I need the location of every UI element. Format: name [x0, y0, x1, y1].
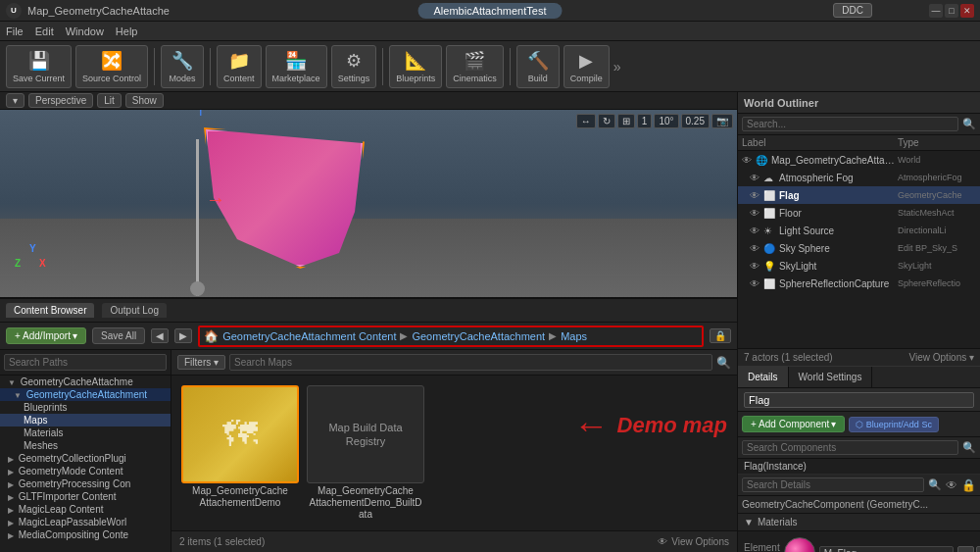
- minimize-button[interactable]: —: [929, 4, 943, 18]
- build-button[interactable]: 🔨 Build: [516, 45, 560, 88]
- component-search-input[interactable]: [742, 440, 958, 455]
- cb-tab-output-log[interactable]: Output Log: [102, 303, 166, 318]
- compile-button[interactable]: ▶ Compile: [564, 45, 610, 88]
- path-item-2[interactable]: Maps: [561, 330, 587, 342]
- source-control-button[interactable]: 🔀 Source Control: [75, 45, 148, 88]
- vt-angle[interactable]: 10°: [654, 114, 678, 128]
- tree-item-media-compositing[interactable]: ▶ MediaCompositing Conte: [0, 528, 171, 541]
- asset-item-0[interactable]: 🗺 Map_GeometryCacheAttachementDemo: [181, 385, 299, 521]
- vt-rotate[interactable]: ↻: [598, 114, 615, 128]
- details-component-search: 🔍: [738, 437, 980, 459]
- material-thumbnail[interactable]: [784, 537, 815, 552]
- perspective-button[interactable]: Perspective: [28, 93, 93, 108]
- cb-tab-content-browser[interactable]: Content Browser: [6, 303, 94, 318]
- path-item-1[interactable]: GeometryCacheAttachment: [412, 330, 545, 342]
- materials-section-header[interactable]: ▼ Materials: [738, 514, 980, 531]
- details-name-input[interactable]: [744, 392, 974, 408]
- wo-search-input[interactable]: [742, 117, 958, 131]
- tree-item-geometry-collection[interactable]: ▶ GeometryCollectionPlugi: [0, 452, 171, 465]
- tree-item-geometry-mode[interactable]: ▶ GeometryMode Content: [0, 465, 171, 477]
- blueprint-add-script-button[interactable]: ⬡ Blueprint/Add Sc: [849, 417, 939, 432]
- asset-item-1[interactable]: Map Build Data Registry Map_GeometryCach…: [307, 385, 424, 521]
- details-lock-icon[interactable]: 🔒: [961, 478, 976, 492]
- vt-scale[interactable]: ⊞: [617, 114, 635, 128]
- lit-button[interactable]: Lit: [97, 93, 122, 108]
- material-name-input[interactable]: [819, 546, 954, 553]
- nav-back-button[interactable]: ◀: [151, 328, 169, 343]
- wo-item-sky-sphere[interactable]: 👁 🔵 Sky Sphere Edit BP_Sky_S: [738, 239, 980, 257]
- close-button[interactable]: ✕: [960, 4, 974, 18]
- tree-item-materials[interactable]: Materials: [0, 427, 171, 439]
- maximize-button[interactable]: □: [945, 4, 958, 18]
- details-actions: + Add Component ▾ ⬡ Blueprint/Add Sc: [738, 412, 980, 437]
- wo-item-sphere-reflection[interactable]: 👁 ⬜ SphereReflectionCapture SphereReflec…: [738, 275, 980, 292]
- wo-eye-0[interactable]: 👁: [742, 155, 756, 166]
- vt-snap[interactable]: 1: [637, 114, 653, 128]
- path-item-0[interactable]: GeometryCacheAttachment Content: [222, 330, 396, 342]
- viewport[interactable]: ↑ → ↔ ↻ ⊞ 1 10° 0.25 📷 X Y Z: [0, 110, 737, 299]
- add-import-button[interactable]: + Add/Import ▾: [6, 327, 86, 344]
- tree-item-maps[interactable]: Maps: [0, 414, 171, 427]
- menu-help[interactable]: Help: [116, 25, 138, 37]
- cinematics-button[interactable]: 🎬 Cinematics: [446, 45, 504, 88]
- menu-window[interactable]: Window: [66, 25, 104, 37]
- tree-item-0[interactable]: ▼ GeometryCacheAttachme: [0, 376, 171, 388]
- menu-edit[interactable]: Edit: [35, 25, 54, 37]
- nav-forward-button[interactable]: ▶: [174, 328, 192, 343]
- wo-name-6: SkyLight: [779, 261, 898, 272]
- wo-item-atmospheric-fog[interactable]: 👁 ☁ Atmospheric Fog AtmosphericFog: [738, 169, 980, 186]
- wo-item-skylight[interactable]: 👁 💡 SkyLight SkyLight: [738, 257, 980, 275]
- asset-thumb-1[interactable]: Map Build Data Registry: [307, 385, 424, 483]
- mat-browse-button[interactable]: ←: [957, 546, 974, 552]
- marketplace-button[interactable]: 🏪 Marketplace: [266, 45, 327, 88]
- save-current-button[interactable]: 💾 Save Current: [6, 45, 72, 88]
- wo-eye-4[interactable]: 👁: [750, 226, 763, 236]
- tab-details[interactable]: Details: [738, 367, 789, 387]
- details-eye-icon[interactable]: 👁: [946, 478, 957, 492]
- asset-search-input[interactable]: [229, 354, 712, 371]
- vt-scale-snap[interactable]: 0.25: [681, 114, 710, 128]
- asset-thumb-0[interactable]: 🗺: [181, 385, 299, 483]
- view-options-button[interactable]: 👁 View Options: [658, 536, 729, 547]
- menu-file[interactable]: File: [6, 25, 24, 37]
- wo-eye-5[interactable]: 👁: [750, 243, 763, 254]
- wo-item-light-source[interactable]: 👁 ☀ Light Source DirectionalLi: [738, 222, 980, 239]
- wo-eye-6[interactable]: 👁: [750, 261, 763, 272]
- toolbar-more[interactable]: »: [613, 59, 621, 75]
- tree-item-geometry-processing[interactable]: ▶ GeometryProcessing Con: [0, 477, 171, 490]
- geometry-cache-component-row[interactable]: GeometryCacheComponent (GeometryC...: [738, 496, 980, 514]
- add-component-button[interactable]: + Add Component ▾: [742, 416, 845, 432]
- vt-camera[interactable]: 📷: [711, 114, 733, 128]
- tree-item-magic-leap-passable[interactable]: ▶ MagicLeapPassableWorl: [0, 516, 171, 528]
- viewport-axes: X Y Z: [10, 238, 59, 287]
- tree-item-blueprints[interactable]: Blueprints: [0, 401, 171, 414]
- blueprints-button[interactable]: 📐 Blueprints: [389, 45, 442, 88]
- wo-item-flag[interactable]: 👁 ⬜ Flag GeometryCache: [738, 186, 980, 204]
- tree-item-gltf-importer[interactable]: ▶ GLTFImporter Content: [0, 490, 171, 503]
- window-controls[interactable]: — □ ✕: [929, 4, 974, 18]
- tree-item-magic-leap[interactable]: ▶ MagicLeap Content: [0, 503, 171, 516]
- tree-item-1[interactable]: ▼ GeometryCacheAttachment: [0, 388, 171, 401]
- wo-eye-2[interactable]: 👁: [750, 190, 763, 201]
- wo-view-options-button[interactable]: View Options ▾: [908, 352, 974, 363]
- details-search-input[interactable]: [742, 477, 924, 492]
- tab-world-settings[interactable]: World Settings: [789, 367, 873, 387]
- filter-button[interactable]: Filters ▾: [177, 355, 225, 370]
- cb-search-input[interactable]: [4, 354, 167, 371]
- cb-lock-button[interactable]: 🔒: [710, 328, 731, 343]
- wo-eye-7[interactable]: 👁: [750, 278, 763, 289]
- show-button[interactable]: Show: [125, 93, 164, 108]
- view-mode-dropdown[interactable]: ▾: [6, 93, 24, 108]
- wo-eye-1[interactable]: 👁: [750, 173, 763, 183]
- wo-item-world[interactable]: 👁 🌐 Map_GeometryCacheAttacheme World: [738, 151, 980, 169]
- mat-clear-button[interactable]: ✕: [976, 546, 980, 552]
- flag-component-item[interactable]: Flag(Instance): [738, 459, 980, 475]
- vt-translate[interactable]: ↔: [576, 114, 596, 128]
- tree-item-meshes[interactable]: Meshes: [0, 439, 171, 452]
- wo-eye-3[interactable]: 👁: [750, 208, 763, 219]
- content-button[interactable]: 📁 Content: [217, 45, 262, 88]
- save-all-button[interactable]: Save All: [92, 327, 145, 344]
- wo-item-floor[interactable]: 👁 ⬜ Floor StaticMeshAct: [738, 204, 980, 222]
- modes-button[interactable]: 🔧 Modes: [161, 45, 204, 88]
- settings-button[interactable]: ⚙ Settings: [331, 45, 377, 88]
